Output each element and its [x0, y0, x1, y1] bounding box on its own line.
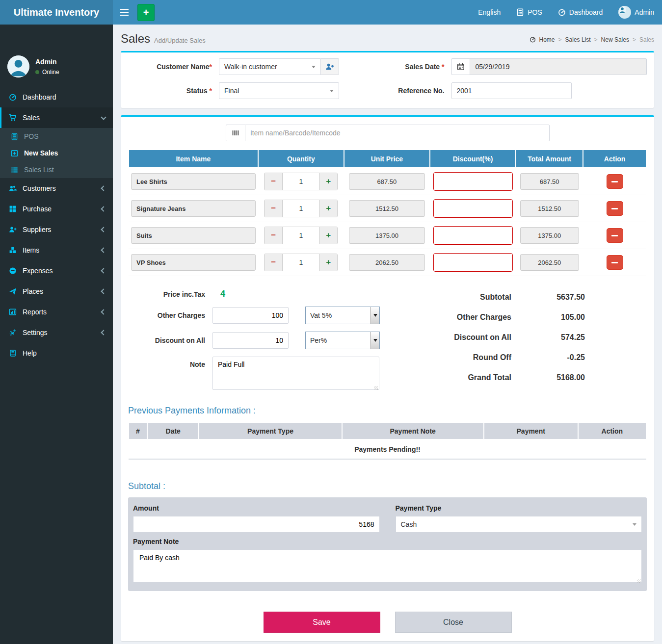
tax-select[interactable]: Vat 5% — [305, 307, 380, 324]
discount-all-input[interactable] — [212, 332, 289, 349]
plus-icon[interactable]: + — [319, 254, 337, 271]
discount-unit-select[interactable]: Per% — [305, 332, 380, 349]
quantity-input[interactable] — [283, 200, 319, 217]
status-group: Status * Final — [128, 82, 388, 99]
discount-input[interactable] — [433, 172, 513, 191]
sidebar-item-suppliers[interactable]: Suppliers — [0, 219, 113, 240]
cubes-icon — [9, 246, 17, 254]
breadcrumb-home[interactable]: Home — [539, 36, 555, 43]
item-name-input — [131, 227, 256, 244]
form-actions: Save Close — [121, 604, 654, 641]
quantity-input[interactable] — [283, 173, 319, 190]
sales-date-input[interactable] — [470, 58, 647, 75]
sidebar-item-settings[interactable]: Settings — [0, 322, 113, 343]
sidebar-item-reports[interactable]: Reports — [0, 302, 113, 322]
sidebar-item-expenses[interactable]: Expenses — [0, 260, 113, 281]
plus-icon[interactable]: + — [319, 173, 337, 190]
user-menu[interactable]: Admin — [610, 0, 662, 25]
total-amount-value: 1375.00 — [520, 227, 579, 244]
remove-item-button[interactable] — [607, 255, 623, 270]
plus-icon[interactable]: + — [319, 200, 337, 217]
price-inc-tax-row: Price inc.Tax 4 — [128, 289, 396, 299]
minus-icon[interactable]: − — [265, 173, 283, 190]
calendar-icon[interactable] — [451, 58, 470, 75]
sidebar-toggle-icon[interactable] — [113, 0, 135, 25]
main-content: Sales Add/Update Sales Home > Sales List… — [113, 0, 662, 644]
quantity-input[interactable] — [283, 227, 319, 244]
discount-input[interactable] — [433, 199, 513, 218]
remove-item-button[interactable] — [607, 201, 623, 216]
payments-table: # Date Payment Type Payment Note Payment… — [128, 422, 647, 460]
other-charges-input[interactable] — [212, 307, 289, 324]
customer-select[interactable]: Walk-in customer — [219, 58, 321, 75]
chevron-down-icon — [371, 332, 379, 349]
cart-icon — [9, 114, 17, 122]
sidebar-item-dashboard[interactable]: Dashboard — [0, 87, 113, 107]
chevron-left-icon — [101, 206, 106, 211]
minus-icon — [611, 262, 618, 263]
quick-add-button[interactable]: + — [137, 4, 155, 21]
subtotal-row: Subtotal5637.50 — [396, 293, 585, 302]
grid-icon — [9, 205, 17, 213]
chevron-down-icon — [312, 66, 316, 68]
minus-icon[interactable]: − — [265, 200, 283, 217]
item-name-input — [131, 173, 256, 190]
discount-input[interactable] — [433, 226, 513, 245]
total-amount-value: 687.50 — [520, 173, 579, 190]
discount-total-row: Discount on All574.25 — [396, 333, 585, 342]
calculator-icon — [11, 133, 18, 140]
chevron-down-icon — [101, 114, 106, 120]
amount-input[interactable] — [133, 516, 380, 533]
close-button[interactable]: Close — [395, 612, 512, 633]
dashboard-icon — [9, 93, 17, 101]
chevron-left-icon — [101, 309, 106, 314]
sidebar-item-help[interactable]: Help — [0, 343, 113, 363]
sidebar-item-pos[interactable]: POS — [0, 128, 113, 145]
plus-icon[interactable]: + — [319, 227, 337, 244]
quantity-input[interactable] — [283, 254, 319, 271]
avatar — [618, 6, 631, 19]
user-status: Online — [35, 69, 59, 76]
sidebar-item-places[interactable]: Places — [0, 281, 113, 302]
language-menu[interactable]: English — [470, 0, 508, 25]
remove-item-button[interactable] — [607, 174, 623, 189]
sidebar-item-purchase[interactable]: Purchase — [0, 199, 113, 219]
add-customer-button[interactable] — [321, 58, 339, 75]
reference-input[interactable] — [451, 82, 572, 99]
status-select[interactable]: Final — [219, 82, 339, 99]
nav-pos-link[interactable]: POS — [508, 0, 550, 25]
payment-entry-panel: Amount Payment Type Cash Payment No — [128, 497, 647, 591]
sidebar-menu: Dashboard Sales POS New Sales — [0, 87, 113, 363]
app-window: Ultimate Inventory + English POS Dashboa… — [0, 0, 662, 644]
chevron-left-icon — [101, 288, 106, 294]
item-search-input[interactable] — [245, 125, 550, 141]
payment-type-select[interactable]: Cash — [396, 516, 642, 533]
save-button[interactable]: Save — [264, 612, 380, 633]
home-icon — [530, 36, 536, 43]
app-logo[interactable]: Ultimate Inventory — [0, 0, 113, 25]
unit-price-value: 2062.50 — [349, 254, 425, 271]
remove-item-button[interactable] — [607, 228, 623, 243]
note-textarea[interactable]: Paid Full — [212, 357, 379, 390]
minus-icon[interactable]: − — [265, 254, 283, 271]
minus-icon — [611, 181, 618, 182]
payment-note-textarea[interactable]: Paid By cash — [133, 549, 642, 583]
price-inc-tax-count: 4 — [220, 289, 225, 299]
sidebar-item-new-sales[interactable]: New Sales — [0, 145, 113, 161]
reference-group: Reference No. — [388, 82, 647, 99]
plus-square-icon — [11, 150, 18, 157]
sidebar-item-customers[interactable]: Customers — [0, 178, 113, 199]
chevron-left-icon — [101, 330, 106, 335]
nav-dashboard-link[interactable]: Dashboard — [550, 0, 611, 25]
minus-icon[interactable]: − — [265, 227, 283, 244]
sidebar-user-panel: Admin Online — [0, 49, 113, 84]
sales-date-group: Sales Date * — [388, 58, 647, 75]
breadcrumb-sales-list[interactable]: Sales List — [565, 36, 591, 43]
items-table: Item Name Quantity Unit Price Discount(%… — [128, 149, 647, 276]
sidebar-item-items[interactable]: Items — [0, 240, 113, 260]
discount-input[interactable] — [433, 253, 513, 272]
sales-items-box: Item Name Quantity Unit Price Discount(%… — [121, 115, 654, 641]
sidebar-item-sales[interactable]: Sales — [0, 107, 113, 128]
sidebar-item-sales-list[interactable]: Sales List — [0, 161, 113, 178]
breadcrumb-new-sales[interactable]: New Sales — [601, 36, 629, 43]
